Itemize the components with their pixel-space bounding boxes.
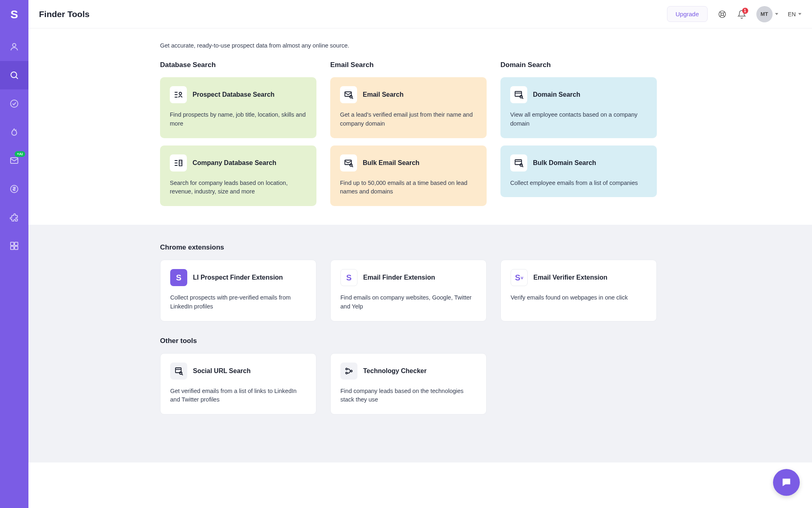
card-desc: View all employee contacts based on a co… bbox=[510, 111, 647, 128]
link-search-icon bbox=[170, 363, 187, 380]
svg-rect-8 bbox=[15, 246, 18, 250]
card-desc: Find emails on company websites, Google,… bbox=[340, 293, 476, 311]
card-bulk-domain-search[interactable]: Bulk Domain Search Collect employee emai… bbox=[500, 145, 657, 198]
card-prospect-database-search[interactable]: Prospect Database Search Find prospects … bbox=[160, 77, 316, 138]
card-title: Company Database Search bbox=[193, 159, 276, 167]
card-bulk-email-search[interactable]: Bulk Email Search Find up to 50,000 emai… bbox=[330, 145, 487, 206]
main: Get accurate, ready-to-use prospect data… bbox=[28, 0, 812, 462]
card-title: Domain Search bbox=[533, 91, 580, 98]
header: Finder Tools Upgrade 1 MT EN bbox=[28, 0, 812, 28]
logo[interactable]: S bbox=[8, 8, 21, 21]
intro-text: Get accurate, ready-to-use prospect data… bbox=[160, 42, 796, 49]
column-title: Email Search bbox=[330, 61, 487, 69]
notifications-button[interactable]: 1 bbox=[737, 9, 747, 19]
card-technology-checker[interactable]: Technology Checker Find company leads ba… bbox=[330, 353, 487, 415]
card-title: Email Verifier Extension bbox=[533, 274, 607, 281]
nav-verify[interactable] bbox=[0, 89, 28, 118]
puzzle-icon bbox=[9, 213, 19, 222]
card-social-url-search[interactable]: Social URL Search Get verified emails fr… bbox=[160, 353, 316, 415]
chevron-down-icon bbox=[775, 13, 778, 15]
svg-point-1 bbox=[11, 72, 17, 78]
nav-warmup[interactable] bbox=[0, 118, 28, 146]
list-building-icon bbox=[170, 154, 187, 172]
upgrade-button[interactable]: Upgrade bbox=[667, 6, 708, 22]
svg-point-11 bbox=[179, 92, 182, 95]
list-person-icon bbox=[170, 86, 187, 103]
card-desc: Find up to 50,000 emails at a time based… bbox=[340, 179, 477, 197]
dollar-icon bbox=[9, 184, 19, 194]
column-domain-search: Domain Search Domain Search View all emp… bbox=[500, 61, 657, 206]
grid-icon bbox=[9, 241, 19, 251]
card-title: Social URL Search bbox=[193, 367, 251, 375]
card-li-prospect-finder-extension[interactable]: S LI Prospect Finder Extension Collect p… bbox=[160, 260, 316, 321]
card-desc: Get a lead's verified email just from th… bbox=[340, 111, 477, 128]
chevron-down-icon bbox=[798, 13, 801, 15]
svg-rect-6 bbox=[15, 242, 18, 245]
card-title: Technology Checker bbox=[363, 367, 427, 375]
svg-rect-5 bbox=[11, 242, 14, 245]
bottom-section: Chrome extensions S LI Prospect Finder E… bbox=[28, 225, 812, 462]
language-menu[interactable]: EN bbox=[788, 11, 801, 17]
page-title: Finder Tools bbox=[39, 9, 89, 19]
nav-extensions[interactable] bbox=[0, 203, 28, 232]
chat-icon bbox=[781, 477, 792, 488]
language-label: EN bbox=[788, 11, 796, 17]
chat-fab[interactable] bbox=[773, 469, 800, 496]
notif-count: 1 bbox=[742, 8, 748, 14]
card-title: Bulk Email Search bbox=[363, 159, 420, 167]
card-email-search[interactable]: Email Search Get a lead's verified email… bbox=[330, 77, 487, 138]
card-desc: Find prospects by name, job title, locat… bbox=[170, 111, 307, 128]
card-desc: Find company leads based on the technolo… bbox=[340, 387, 476, 405]
mail-search-icon bbox=[340, 86, 357, 103]
card-title: LI Prospect Finder Extension bbox=[193, 274, 283, 281]
mail-icon bbox=[9, 156, 19, 165]
help-button[interactable] bbox=[717, 9, 727, 19]
svg-point-22 bbox=[180, 372, 182, 374]
card-title: Email Search bbox=[363, 91, 404, 98]
nav-contacts[interactable] bbox=[0, 33, 28, 61]
check-circle-icon bbox=[9, 99, 19, 109]
person-icon bbox=[9, 42, 19, 52]
top-section: Get accurate, ready-to-use prospect data… bbox=[28, 28, 812, 225]
browser-search-icon bbox=[510, 86, 527, 103]
card-desc: Search for company leads based on locati… bbox=[170, 179, 307, 197]
card-domain-search[interactable]: Domain Search View all employee contacts… bbox=[500, 77, 657, 138]
snov-sv-icon: Sv bbox=[511, 269, 528, 286]
card-company-database-search[interactable]: Company Database Search Search for compa… bbox=[160, 145, 316, 206]
account-menu[interactable]: MT bbox=[756, 6, 778, 22]
svg-point-0 bbox=[13, 43, 16, 47]
card-title: Prospect Database Search bbox=[193, 91, 275, 98]
flame-icon bbox=[9, 127, 19, 137]
svg-point-25 bbox=[351, 370, 352, 372]
nav-deals[interactable] bbox=[0, 175, 28, 203]
column-database-search: Database Search Prospect Database Search… bbox=[160, 61, 316, 206]
column-title: Domain Search bbox=[500, 61, 657, 69]
avatar: MT bbox=[756, 6, 773, 22]
mail-bulk-search-icon bbox=[340, 154, 357, 172]
card-desc: Verify emails found on webpages in one c… bbox=[511, 293, 647, 302]
help-icon bbox=[718, 10, 727, 19]
svg-rect-7 bbox=[11, 246, 14, 250]
card-desc: Collect employee emails from a list of c… bbox=[510, 179, 647, 188]
svg-point-10 bbox=[721, 13, 723, 15]
svg-point-16 bbox=[350, 164, 352, 166]
nav-campaigns[interactable]: +AI bbox=[0, 146, 28, 175]
card-email-verifier-extension[interactable]: Sv Email Verifier Extension Verify email… bbox=[500, 260, 657, 321]
extensions-title: Chrome extensions bbox=[160, 243, 796, 252]
ai-badge: +AI bbox=[15, 151, 25, 157]
card-title: Email Finder Extension bbox=[363, 274, 435, 281]
browser-bulk-search-icon bbox=[510, 154, 527, 172]
nav-apps[interactable] bbox=[0, 232, 28, 260]
column-email-search: Email Search Email Search Get a lead's v… bbox=[330, 61, 487, 206]
card-title: Bulk Domain Search bbox=[533, 159, 596, 167]
svg-point-20 bbox=[520, 164, 522, 166]
tech-icon bbox=[340, 363, 357, 380]
column-title: Database Search bbox=[160, 61, 316, 69]
svg-point-2 bbox=[11, 100, 18, 107]
search-icon bbox=[9, 70, 19, 80]
sidebar: S +AI bbox=[0, 0, 28, 508]
nav-finder[interactable] bbox=[0, 61, 28, 89]
svg-point-23 bbox=[346, 368, 347, 370]
card-email-finder-extension[interactable]: S Email Finder Extension Find emails on … bbox=[330, 260, 487, 321]
svg-point-18 bbox=[520, 96, 522, 98]
